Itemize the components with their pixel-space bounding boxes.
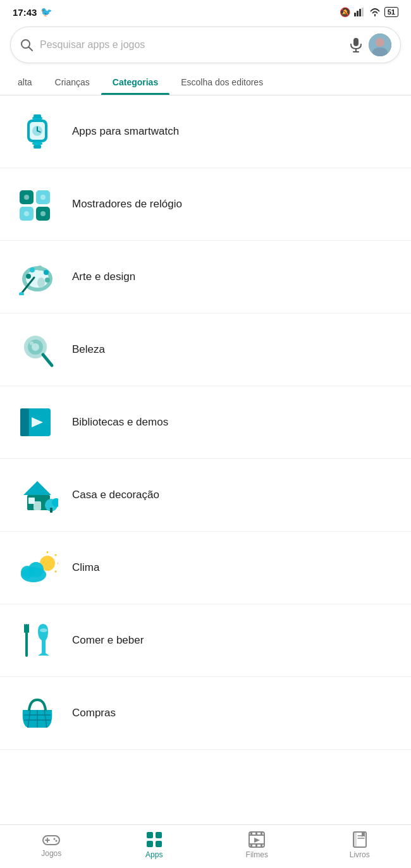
art-icon bbox=[15, 255, 59, 299]
tab-categorias[interactable]: Categorias bbox=[101, 70, 169, 95]
nav-livros[interactable]: Livros bbox=[334, 831, 385, 859]
tab-alta[interactable]: alta bbox=[6, 70, 44, 95]
svg-marker-99 bbox=[362, 832, 365, 837]
search-icon bbox=[20, 38, 34, 52]
twitter-icon: 🐦 bbox=[40, 6, 52, 18]
svg-line-57 bbox=[55, 554, 56, 556]
svg-point-79 bbox=[54, 838, 56, 840]
svg-line-42 bbox=[43, 355, 52, 365]
svg-rect-19 bbox=[32, 142, 42, 145]
svg-marker-94 bbox=[254, 838, 260, 843]
category-compras[interactable]: Compras bbox=[0, 677, 411, 750]
signal-icon bbox=[354, 8, 365, 16]
svg-rect-67 bbox=[24, 624, 25, 633]
clima-label: Clima bbox=[72, 561, 99, 574]
time-display: 17:43 bbox=[13, 7, 37, 18]
weather-icon bbox=[15, 546, 59, 590]
nav-jogos[interactable]: Jogos bbox=[26, 833, 77, 858]
nav-apps[interactable]: Apps bbox=[129, 831, 180, 859]
svg-rect-68 bbox=[28, 624, 29, 633]
film-icon bbox=[248, 831, 265, 848]
status-time: 17:43 🐦 bbox=[13, 6, 52, 18]
category-clima[interactable]: Clima bbox=[0, 532, 411, 604]
svg-point-27 bbox=[40, 195, 46, 200]
shopping-icon bbox=[15, 691, 59, 735]
tabs-container: alta Crianças Categorias Escolha dos edi… bbox=[0, 70, 411, 95]
category-list: Apps para smartwatch Mostradores de reló… bbox=[0, 95, 411, 750]
svg-point-4 bbox=[374, 15, 376, 16]
svg-point-36 bbox=[45, 278, 50, 283]
status-icons: 🔕 51 bbox=[340, 7, 398, 17]
svg-rect-82 bbox=[156, 832, 162, 838]
nav-filmes-label: Filmes bbox=[246, 850, 268, 859]
category-bibliotecas[interactable]: Bibliotecas e demos bbox=[0, 386, 411, 459]
search-placeholder: Pesquisar apps e jogos bbox=[40, 39, 343, 51]
smartwatch-label: Apps para smartwatch bbox=[72, 125, 179, 138]
nav-apps-label: Apps bbox=[145, 850, 163, 859]
beauty-icon bbox=[15, 327, 59, 372]
wifi-icon bbox=[369, 8, 381, 16]
svg-point-32 bbox=[26, 274, 31, 279]
svg-rect-54 bbox=[50, 508, 52, 513]
svg-rect-69 bbox=[25, 633, 28, 637]
category-casa[interactable]: Casa e decoração bbox=[0, 459, 411, 532]
nav-livros-label: Livros bbox=[350, 850, 370, 859]
svg-point-28 bbox=[24, 211, 29, 216]
svg-rect-90 bbox=[261, 832, 262, 836]
svg-point-11 bbox=[376, 38, 384, 47]
svg-point-44 bbox=[30, 341, 34, 345]
search-bar[interactable]: Pesquisar apps e jogos bbox=[10, 27, 401, 63]
compras-label: Compras bbox=[72, 707, 116, 719]
svg-rect-84 bbox=[156, 841, 162, 847]
library-icon bbox=[15, 400, 59, 444]
mic-icon[interactable] bbox=[350, 37, 362, 52]
svg-rect-88 bbox=[250, 832, 252, 836]
bottom-nav: Jogos Apps bbox=[0, 824, 411, 868]
bibliotecas-label: Bibliotecas e demos bbox=[72, 416, 168, 429]
svg-rect-89 bbox=[255, 832, 257, 836]
search-bar-container: Pesquisar apps e jogos bbox=[0, 21, 411, 70]
svg-rect-7 bbox=[353, 38, 359, 46]
svg-marker-48 bbox=[23, 481, 51, 495]
category-arte[interactable]: Arte e design bbox=[0, 241, 411, 314]
svg-rect-93 bbox=[261, 843, 262, 847]
tab-criancas[interactable]: Crianças bbox=[44, 70, 101, 95]
svg-rect-3 bbox=[362, 8, 364, 16]
svg-point-70 bbox=[40, 628, 47, 632]
category-mostradores[interactable]: Mostradores de relógio bbox=[0, 168, 411, 241]
svg-point-35 bbox=[44, 270, 49, 275]
svg-point-37 bbox=[37, 278, 45, 288]
svg-point-80 bbox=[56, 840, 58, 842]
book-icon bbox=[352, 831, 367, 848]
svg-point-65 bbox=[28, 562, 44, 577]
svg-rect-21 bbox=[34, 114, 41, 118]
food-icon bbox=[15, 618, 59, 663]
svg-rect-81 bbox=[147, 832, 153, 838]
category-beleza[interactable]: Beleza bbox=[0, 314, 411, 386]
category-smartwatch[interactable]: Apps para smartwatch bbox=[0, 95, 411, 168]
svg-rect-96 bbox=[353, 832, 357, 847]
tab-escolha[interactable]: Escolha dos editores bbox=[169, 70, 274, 95]
mute-icon: 🔕 bbox=[340, 7, 350, 17]
svg-point-34 bbox=[37, 266, 42, 271]
svg-rect-46 bbox=[20, 408, 29, 436]
avatar[interactable] bbox=[369, 34, 391, 56]
status-bar: 17:43 🐦 🔕 51 bbox=[0, 0, 411, 21]
apps-grid-icon bbox=[146, 831, 163, 848]
gamepad-icon bbox=[42, 833, 60, 847]
svg-rect-83 bbox=[147, 841, 153, 847]
svg-point-29 bbox=[40, 211, 46, 216]
comer-label: Comer e beber bbox=[72, 634, 144, 647]
svg-point-33 bbox=[30, 267, 35, 272]
category-comer[interactable]: Comer e beber bbox=[0, 604, 411, 677]
watchface-icon bbox=[15, 182, 59, 226]
beleza-label: Beleza bbox=[72, 343, 105, 356]
svg-rect-2 bbox=[359, 9, 361, 16]
nav-filmes[interactable]: Filmes bbox=[231, 831, 282, 859]
mostradores-label: Mostradores de relógio bbox=[72, 198, 182, 211]
svg-line-6 bbox=[29, 47, 33, 51]
svg-rect-20 bbox=[34, 145, 41, 149]
battery-display: 51 bbox=[384, 7, 398, 17]
svg-rect-66 bbox=[25, 624, 28, 657]
svg-line-59 bbox=[55, 571, 56, 572]
